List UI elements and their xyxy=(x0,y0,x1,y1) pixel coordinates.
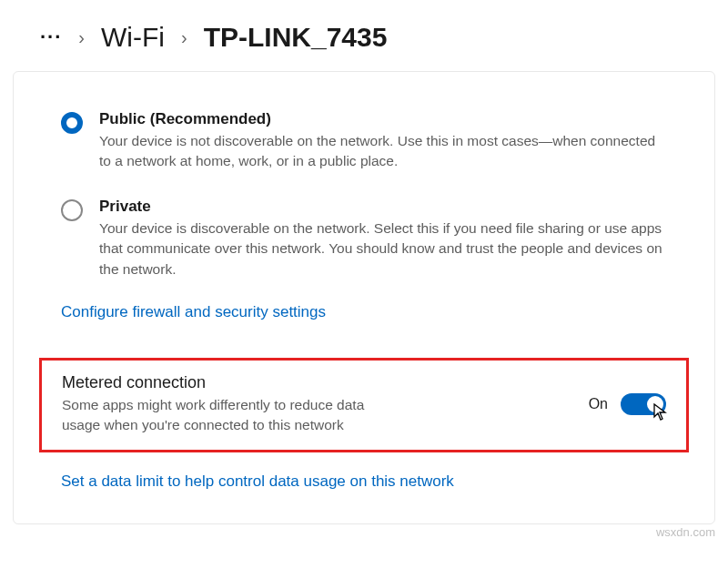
network-profile-group: Public (Recommended) Your device is not … xyxy=(61,101,667,340)
firewall-settings-link[interactable]: Configure firewall and security settings xyxy=(61,296,326,329)
metered-toggle[interactable] xyxy=(621,393,666,415)
breadcrumb-more-icon[interactable]: ··· xyxy=(40,35,62,41)
radio-private[interactable]: Private Your device is discoverable on t… xyxy=(61,188,667,296)
breadcrumb: ··· › Wi-Fi › TP-LINK_7435 xyxy=(0,0,728,71)
radio-private-desc: Your device is discoverable on the netwo… xyxy=(99,218,667,279)
settings-card: Public (Recommended) Your device is not … xyxy=(13,71,715,524)
chevron-right-icon: › xyxy=(78,27,85,48)
breadcrumb-network-name[interactable]: TP-LINK_7435 xyxy=(204,22,388,53)
radio-public-title: Public (Recommended) xyxy=(99,110,667,128)
radio-unselected-icon xyxy=(61,199,83,221)
radio-private-title: Private xyxy=(99,198,667,216)
metered-desc: Some apps might work differently to redu… xyxy=(62,395,380,434)
watermark: wsxdn.com xyxy=(656,525,715,539)
data-limit-link[interactable]: Set a data limit to help control data us… xyxy=(61,465,454,498)
chevron-right-icon: › xyxy=(181,27,187,48)
radio-public[interactable]: Public (Recommended) Your device is not … xyxy=(61,101,667,188)
metered-connection-row: Metered connection Some apps might work … xyxy=(39,358,689,452)
metered-title: Metered connection xyxy=(62,373,380,392)
radio-selected-icon xyxy=(61,112,83,134)
breadcrumb-wifi[interactable]: Wi-Fi xyxy=(101,22,165,53)
toggle-knob-icon xyxy=(647,396,663,412)
metered-toggle-state: On xyxy=(589,396,608,412)
radio-public-desc: Your device is not discoverable on the n… xyxy=(99,131,667,172)
